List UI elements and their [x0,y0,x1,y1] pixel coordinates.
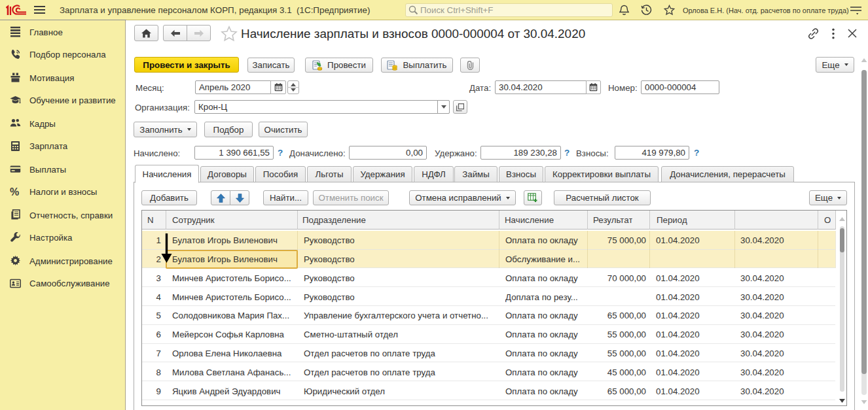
svg-text:%: % [10,186,19,197]
